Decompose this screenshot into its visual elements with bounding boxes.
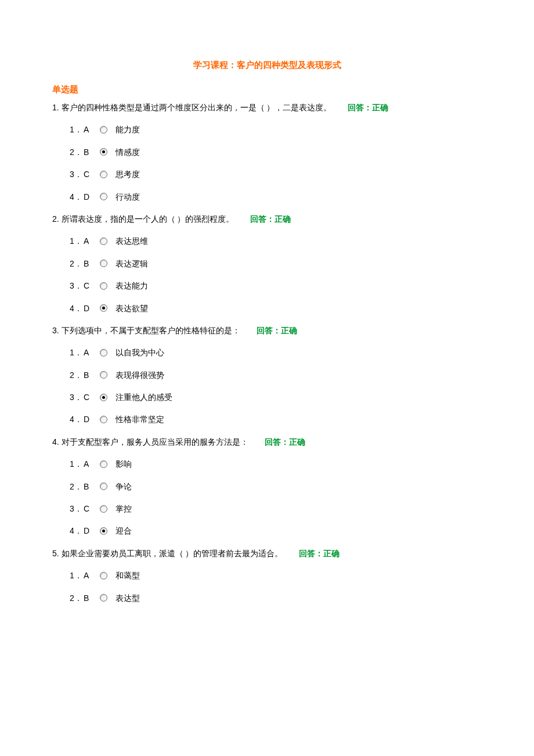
question-text: 1. 客户的四种性格类型是通过两个维度区分出来的，一是（ ），二是表达度。 xyxy=(52,101,331,114)
radio-icon xyxy=(100,371,107,379)
radio-icon xyxy=(100,594,107,602)
option-letter: B xyxy=(84,257,96,270)
option-letter: B xyxy=(84,480,96,493)
radio-icon xyxy=(100,304,107,312)
radio-button[interactable] xyxy=(100,594,107,602)
radio-button[interactable] xyxy=(100,171,107,178)
question-text: 3. 下列选项中，不属于支配型客户的性格特征的是： xyxy=(52,324,240,337)
radio-icon xyxy=(100,572,107,579)
question-text: 5. 如果企业需要劝员工离职，派遣（ ）的管理者前去最为适合。 xyxy=(52,547,283,560)
option-letter: A xyxy=(84,235,96,247)
question-line: 5. 如果企业需要劝员工离职，派遣（ ）的管理者前去最为适合。回答：正确 xyxy=(52,547,482,560)
radio-button[interactable] xyxy=(100,148,107,156)
option-number: 4． xyxy=(70,190,84,203)
option-item: 1．A以自我为中心 xyxy=(70,346,482,359)
option-letter: A xyxy=(84,458,96,470)
option-number: 3． xyxy=(70,391,84,404)
option-letter: C xyxy=(84,279,96,292)
radio-icon xyxy=(100,237,107,245)
option-text: 掌控 xyxy=(116,502,132,515)
radio-icon xyxy=(100,394,107,401)
answer-status: 回答：正确 xyxy=(265,435,305,448)
option-item: 2．B表达型 xyxy=(70,592,482,604)
radio-button[interactable] xyxy=(100,394,107,401)
answer-status: 回答：正确 xyxy=(299,547,340,560)
radio-icon xyxy=(100,148,107,156)
option-item: 4．D迎合 xyxy=(70,524,482,537)
option-item: 1．A表达思维 xyxy=(70,235,482,247)
radio-button[interactable] xyxy=(100,505,107,513)
option-letter: C xyxy=(84,168,96,181)
radio-icon xyxy=(100,349,107,357)
radio-button[interactable] xyxy=(100,126,107,134)
radio-button[interactable] xyxy=(100,527,107,535)
radio-icon xyxy=(100,483,107,490)
option-number: 4． xyxy=(70,524,84,537)
radio-button[interactable] xyxy=(100,260,107,267)
option-text: 思考度 xyxy=(116,168,140,181)
option-number: 2． xyxy=(70,592,84,604)
radio-button[interactable] xyxy=(100,237,107,245)
radio-button[interactable] xyxy=(100,460,107,468)
option-text: 表达能力 xyxy=(116,279,148,292)
option-item: 3．C思考度 xyxy=(70,168,482,181)
option-item: 2．B争论 xyxy=(70,480,482,493)
answer-status: 回答：正确 xyxy=(348,101,388,114)
radio-button[interactable] xyxy=(100,483,107,490)
option-item: 4．D行动度 xyxy=(70,190,482,203)
option-letter: D xyxy=(84,302,96,315)
answer-status: 回答：正确 xyxy=(250,213,291,225)
radio-button[interactable] xyxy=(100,349,107,357)
radio-button[interactable] xyxy=(100,304,107,312)
radio-icon xyxy=(100,527,107,535)
radio-button[interactable] xyxy=(100,193,107,200)
questions-root: 1. 客户的四种性格类型是通过两个维度区分出来的，一是（ ），二是表达度。回答：… xyxy=(52,101,482,604)
options-list: 1．A影响2．B争论3．C掌控4．D迎合 xyxy=(52,458,482,538)
radio-button[interactable] xyxy=(100,416,107,423)
option-number: 3． xyxy=(70,279,84,292)
radio-icon xyxy=(100,193,107,200)
option-text: 表达思维 xyxy=(116,235,148,247)
option-number: 3． xyxy=(70,168,84,181)
option-text: 争论 xyxy=(116,480,132,493)
option-number: 1． xyxy=(70,458,84,470)
options-list: 1．A能力度2．B情感度3．C思考度4．D行动度 xyxy=(52,123,482,203)
option-letter: C xyxy=(84,391,96,404)
question-line: 2. 所谓表达度，指的是一个人的（ ）的强烈程度。回答：正确 xyxy=(52,213,482,225)
option-text: 表达欲望 xyxy=(116,302,148,315)
options-list: 1．A表达思维2．B表达逻辑3．C表达能力4．D表达欲望 xyxy=(52,235,482,315)
option-item: 3．C注重他人的感受 xyxy=(70,391,482,404)
radio-button[interactable] xyxy=(100,282,107,290)
radio-button[interactable] xyxy=(100,371,107,379)
question-line: 1. 客户的四种性格类型是通过两个维度区分出来的，一是（ ），二是表达度。回答：… xyxy=(52,101,482,114)
option-text: 迎合 xyxy=(116,524,132,537)
radio-button[interactable] xyxy=(100,572,107,579)
radio-icon xyxy=(100,282,107,290)
option-item: 2．B表达逻辑 xyxy=(70,257,482,270)
option-letter: C xyxy=(84,502,96,515)
option-item: 2．B情感度 xyxy=(70,146,482,159)
option-number: 1． xyxy=(70,235,84,247)
option-item: 1．A能力度 xyxy=(70,123,482,136)
option-number: 2． xyxy=(70,257,84,270)
section-heading: 单选题 xyxy=(52,82,482,96)
option-text: 注重他人的感受 xyxy=(116,391,172,404)
option-text: 情感度 xyxy=(116,146,140,159)
question-line: 4. 对于支配型客户，服务人员应当采用的服务方法是：回答：正确 xyxy=(52,435,482,448)
option-number: 2． xyxy=(70,146,84,159)
option-item: 4．D性格非常坚定 xyxy=(70,413,482,426)
option-text: 表达逻辑 xyxy=(116,257,148,270)
question-container: 5. 如果企业需要劝员工离职，派遣（ ）的管理者前去最为适合。回答：正确1．A和… xyxy=(52,547,482,604)
option-text: 和蔼型 xyxy=(116,569,140,582)
radio-icon xyxy=(100,416,107,423)
option-letter: D xyxy=(84,413,96,426)
course-title: 学习课程：客户的四种类型及表现形式 xyxy=(52,58,482,72)
question-container: 2. 所谓表达度，指的是一个人的（ ）的强烈程度。回答：正确1．A表达思维2．B… xyxy=(52,213,482,315)
option-text: 表现得很强势 xyxy=(116,369,164,381)
option-item: 4．D表达欲望 xyxy=(70,302,482,315)
option-number: 4． xyxy=(70,302,84,315)
question-text: 2. 所谓表达度，指的是一个人的（ ）的强烈程度。 xyxy=(52,213,234,225)
option-number: 1． xyxy=(70,123,84,136)
question-text: 4. 对于支配型客户，服务人员应当采用的服务方法是： xyxy=(52,435,248,448)
option-text: 能力度 xyxy=(116,123,140,136)
